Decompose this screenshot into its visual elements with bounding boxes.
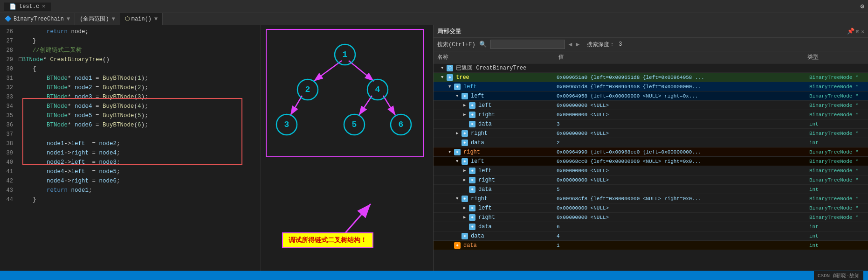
code-line-30: 30 { xyxy=(0,64,261,74)
var-row-left-4b: ◈ left 0x00000000 <NULL> BinaryTreeNode … xyxy=(434,166,868,175)
var-type-data-5: int xyxy=(807,186,868,193)
close-vars-icon[interactable]: ✕ xyxy=(861,28,864,35)
expand-left-3b[interactable] xyxy=(456,159,461,164)
gear-icon[interactable]: ⚙ xyxy=(861,2,864,10)
col-type: 类型 xyxy=(806,52,866,62)
code-line-28: 28 //创建链式二叉树 xyxy=(0,46,261,55)
var-value-right-3a: 0x00000000 <NULL> xyxy=(555,130,807,137)
var-icon-returned: ⬡ xyxy=(447,65,453,71)
svg-text:1: 1 xyxy=(343,50,348,59)
var-name-left-3[interactable]: ◈ left xyxy=(434,92,555,100)
nav-scope[interactable]: (全局范围) ▼ xyxy=(75,13,120,25)
var-row-left-2: ◈ left 0x009651d8 {left=0x00964958 {left… xyxy=(434,82,868,91)
var-value-left-3b: 0x00968cc0 {left=0x00000000 <NULL> right… xyxy=(555,158,807,165)
var-row-data-1: ◈ data 1 int xyxy=(434,241,868,250)
expand-right-4b[interactable] xyxy=(463,177,468,182)
var-value-left-4c: 0x00000000 <NULL> xyxy=(555,205,807,211)
var-name-left-4[interactable]: ◈ left xyxy=(434,102,555,109)
var-name-tree[interactable]: ◈ tree xyxy=(434,74,555,81)
vars-panel-title: 局部变量 xyxy=(437,27,462,35)
code-line-31: 31 BTNode* node1 = BuyBTNode(1); xyxy=(0,74,261,83)
expand-arrow-tree[interactable] xyxy=(441,75,446,80)
svg-text:3: 3 xyxy=(284,120,289,129)
var-name-left-4b[interactable]: ◈ left xyxy=(434,167,555,175)
var-value-left-4: 0x00000000 <NULL> xyxy=(555,102,807,109)
nav-chevron-2: ▼ xyxy=(112,16,115,22)
var-name-left-4c[interactable]: ◈ left xyxy=(434,204,555,212)
var-value-left-2: 0x009651d8 {left=0x00964958 {left=0x0000… xyxy=(555,84,807,90)
code-line-38: 38 node1->left = node2; xyxy=(0,139,261,148)
var-name-right-3b[interactable]: ◈ right xyxy=(434,195,555,203)
var-icon-right-4a: ◈ xyxy=(469,112,475,118)
var-type-right-3b: BinaryTreeNode * xyxy=(807,196,868,202)
var-value-right-2: 0x00964990 {left=0x00968cc0 {left=0x0000… xyxy=(555,149,807,155)
expand-left-3[interactable] xyxy=(456,94,461,98)
var-type-left-4: BinaryTreeNode * xyxy=(807,102,868,109)
var-name-right-4c[interactable]: ◈ right xyxy=(434,214,555,221)
vars-header-controls: 📌 ⊡ ✕ xyxy=(847,28,864,35)
var-name-right-4a[interactable]: ◈ right xyxy=(434,111,555,119)
expand-right-4a[interactable] xyxy=(463,112,468,117)
var-type-data-2: int xyxy=(807,140,868,146)
expand-right-3b[interactable] xyxy=(456,196,461,201)
var-type-right-2: BinaryTreeNode * xyxy=(807,149,868,155)
nav-function[interactable]: ⬡ main() ▼ xyxy=(120,13,163,25)
var-icon-left-4: ◈ xyxy=(469,102,475,109)
variables-panel: 局部变量 📌 ⊡ ✕ 搜索(Ctrl+E) 🔍 ◀ ▶ 搜索深度： 3 名称 值… xyxy=(434,25,868,271)
nav-forward-icon[interactable]: ▶ xyxy=(576,41,579,48)
code-line-44: 44 } xyxy=(0,195,261,204)
var-type-returned xyxy=(807,68,868,69)
expand-right-2[interactable] xyxy=(448,150,453,154)
code-line-29: 29 □BTNode* CreatBinaryTree() xyxy=(0,55,261,64)
var-name-data-6: ◈ data xyxy=(434,223,555,231)
var-type-right-4c: BinaryTreeNode * xyxy=(807,214,868,221)
code-line-32: 32 BTNode* node2 = BuyBTNode(2); xyxy=(0,83,261,92)
var-row-data-2: ◈ data 2 int xyxy=(434,138,868,147)
tab-close-button[interactable]: × xyxy=(42,4,45,9)
var-icon-data-4: ◈ xyxy=(462,233,468,239)
var-type-data-3: int xyxy=(807,121,868,127)
search-depth-label: 搜索深度： xyxy=(587,41,615,49)
expand-right-3a[interactable] xyxy=(456,131,461,136)
var-value-returned xyxy=(555,68,807,69)
expand-left-4b[interactable] xyxy=(463,168,468,173)
bottom-bar: CSDN @新晓·故知 xyxy=(0,271,868,280)
code-line-27: 27 } xyxy=(0,36,261,46)
var-value-right-4c: 0x00000000 <NULL> xyxy=(555,214,807,221)
expand-left-4c[interactable] xyxy=(463,205,468,210)
main-content: 26 return node; 27 } 28 //创建链式二叉树 29 □BT… xyxy=(0,25,868,271)
var-name-right-4b[interactable]: ◈ right xyxy=(434,176,555,184)
nav-chevron-3: ▼ xyxy=(154,16,158,22)
var-name-returned[interactable]: ⬡ 已返回 CreatBinaryTree xyxy=(434,63,555,72)
tab-filename: test.c xyxy=(19,3,39,10)
var-name-data-1: ◈ data xyxy=(434,242,555,249)
expand-right-4c[interactable] xyxy=(463,215,468,220)
var-type-left-4c: BinaryTreeNode * xyxy=(807,205,868,211)
tree-panel: 1 2 3 4 5 6 xyxy=(261,25,434,271)
var-icon-left-2: ◈ xyxy=(454,84,461,90)
expand-left-2[interactable] xyxy=(448,84,453,89)
var-row-data-3: ◈ data 3 int xyxy=(434,119,868,129)
expand-icon[interactable]: ⊡ xyxy=(856,28,860,35)
svg-line-5 xyxy=(359,96,372,115)
var-row-left-3b: ◈ left 0x00968cc0 {left=0x00000000 <NULL… xyxy=(434,157,868,166)
expand-left-4[interactable] xyxy=(463,103,468,108)
var-name-left-3b[interactable]: ◈ left xyxy=(434,158,555,165)
var-icon-data-5: ◈ xyxy=(469,186,475,193)
var-value-data-4: 4 xyxy=(555,233,807,239)
var-icon-left-3: ◈ xyxy=(462,93,468,99)
search-input[interactable] xyxy=(490,40,565,49)
code-line-41: 41 node4->left = node5; xyxy=(0,167,261,176)
var-name-right-3a[interactable]: ◈ right xyxy=(434,130,555,137)
pin-icon[interactable]: 📌 xyxy=(847,28,854,35)
expand-arrow-returned[interactable] xyxy=(441,66,446,70)
var-type-right-3a: BinaryTreeNode * xyxy=(807,130,868,137)
var-name-data-3: ◈ data xyxy=(434,120,555,128)
nav-project[interactable]: 🔷 BinaryTreeChain ▼ xyxy=(0,13,75,25)
nav-back-icon[interactable]: ◀ xyxy=(569,41,572,48)
file-tab[interactable]: 📄 test.c × xyxy=(4,2,51,11)
var-icon-left-4b: ◈ xyxy=(469,168,475,174)
var-name-right-2[interactable]: ◈ right xyxy=(434,148,555,156)
var-name-left-2[interactable]: ◈ left xyxy=(434,83,555,91)
var-value-data-5: 5 xyxy=(555,186,807,193)
